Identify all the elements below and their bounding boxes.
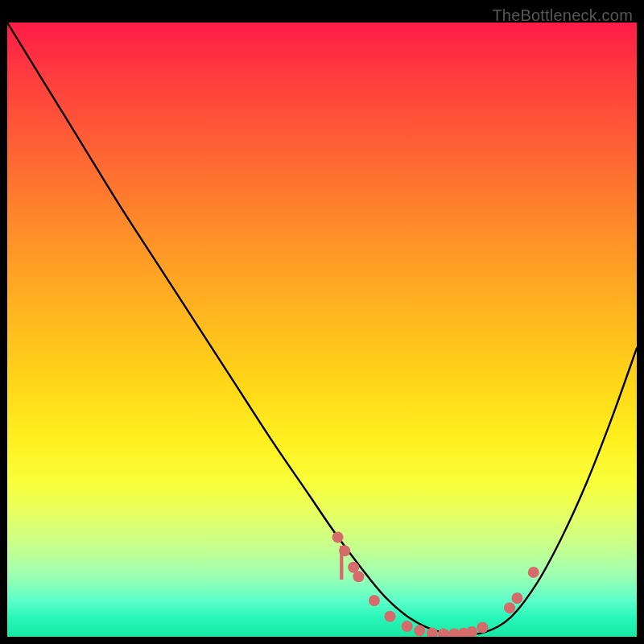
watermark-text: TheBottleneck.com bbox=[492, 6, 633, 25]
data-bar-rect bbox=[340, 546, 343, 580]
data-point bbox=[353, 571, 364, 582]
data-point bbox=[466, 626, 477, 637]
data-point bbox=[511, 592, 522, 604]
data-point bbox=[504, 602, 515, 613]
data-points bbox=[332, 531, 539, 637]
bottleneck-curve bbox=[7, 23, 637, 634]
data-point bbox=[528, 567, 539, 578]
data-point bbox=[414, 625, 425, 636]
data-point bbox=[477, 622, 488, 634]
data-bar bbox=[340, 546, 343, 580]
data-point bbox=[438, 629, 449, 637]
chart-svg bbox=[7, 23, 637, 637]
data-point bbox=[332, 531, 344, 543]
data-point bbox=[384, 611, 395, 622]
plot-area bbox=[7, 23, 637, 637]
data-point bbox=[369, 595, 380, 606]
data-point bbox=[402, 621, 413, 632]
